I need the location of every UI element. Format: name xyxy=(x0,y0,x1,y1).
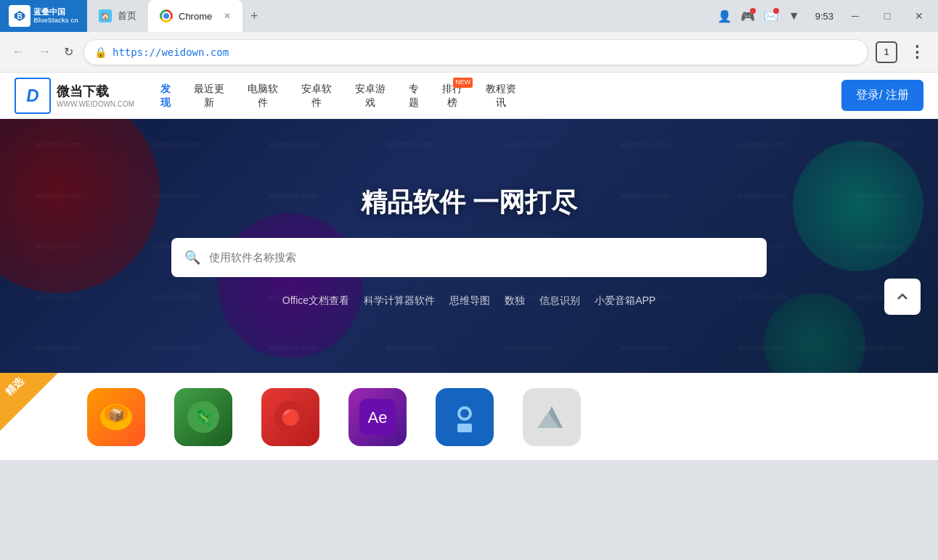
dropdown-icon[interactable]: ▼ xyxy=(785,7,804,25)
home-tab[interactable]: 🏠 首页 xyxy=(87,0,148,32)
logo-border: D xyxy=(15,78,51,114)
login-button[interactable]: 登录/ 注册 xyxy=(841,80,923,110)
search-icon: 🔍 xyxy=(184,250,200,265)
home-tab-label: 首页 xyxy=(118,9,136,22)
hero-circle-green xyxy=(764,293,865,373)
hero-tag-5[interactable]: 信息识别 xyxy=(539,295,580,308)
hero-tag-3[interactable]: 思维导图 xyxy=(449,295,490,308)
svg-text:B: B xyxy=(17,12,23,20)
title-bar: B 蓝叠中国 BlueStacks cn 🏠 首页 Chrome ✕ + 👤 🎮 xyxy=(0,0,938,32)
hero-tag-1[interactable]: Office文档查看 xyxy=(282,295,349,308)
bluestacks-title: 蓝叠中国 xyxy=(33,7,78,17)
hero-circle-dark-red xyxy=(0,119,160,293)
account-icon[interactable]: 👤 xyxy=(715,7,734,25)
app-icon-6[interactable] xyxy=(523,388,581,446)
site-logo[interactable]: D 微当下载 WWW.WEIDOWN.COM xyxy=(15,78,134,114)
hero-tag-6[interactable]: 小爱音箱APP xyxy=(595,295,656,308)
tab-count-button[interactable]: 1 xyxy=(876,41,897,63)
notification-badge xyxy=(750,8,756,14)
nav-item-topic[interactable]: 专 题 xyxy=(397,76,431,114)
new-tab-button[interactable]: + xyxy=(242,4,266,28)
refresh-button[interactable]: ↻ xyxy=(61,42,76,62)
browser-chrome: ← → ↻ 🔒 https://weidown.com 1 ⋮ xyxy=(0,32,938,73)
bluestacks-icon: B xyxy=(9,5,30,27)
home-icon: 🏠 xyxy=(99,9,112,22)
forward-button[interactable]: → xyxy=(35,41,54,62)
nav-item-rank[interactable]: 排行 榜 NEW xyxy=(431,76,474,114)
address-bar-row: ← → ↻ 🔒 https://weidown.com 1 ⋮ xyxy=(0,32,938,73)
hero-tags: Office文档查看 科学计算器软件 思维导图 数独 信息识别 小爱音箱APP xyxy=(282,295,656,308)
lock-icon: 🔒 xyxy=(94,46,107,58)
hero-circle-purple xyxy=(218,213,363,358)
scroll-top-button[interactable] xyxy=(884,279,921,315)
logo-name: 微当下载 xyxy=(57,83,134,100)
featured-section: 精选 📦 🦎 🔴 Ae xyxy=(0,373,938,460)
maximize-button[interactable]: □ xyxy=(877,6,897,26)
url-text: https://weidown.com xyxy=(113,46,229,58)
title-bar-left: B 蓝叠中国 BlueStacks cn 🏠 首页 Chrome ✕ + xyxy=(0,0,266,32)
chrome-tab[interactable]: Chrome ✕ xyxy=(148,0,242,32)
title-bar-right: 👤 🎮 ✉️ ▼ 9:53 ─ □ ✕ xyxy=(715,6,938,26)
svg-text:🔴: 🔴 xyxy=(281,408,301,427)
bluestacks-sub: BlueStacks cn xyxy=(33,17,78,25)
hero-tag-4[interactable]: 数独 xyxy=(505,295,525,308)
more-menu-button[interactable]: ⋮ xyxy=(905,40,929,65)
address-bar[interactable]: 🔒 https://weidown.com xyxy=(83,39,868,65)
svg-rect-14 xyxy=(457,424,472,432)
back-button[interactable]: ← xyxy=(9,41,28,62)
svg-point-13 xyxy=(460,409,469,418)
bluestacks-logo[interactable]: B 蓝叠中国 BlueStacks cn xyxy=(0,0,87,32)
nav-item-discover[interactable]: 发 现 xyxy=(149,76,182,114)
app-icon-2[interactable]: 🦎 xyxy=(174,388,232,446)
featured-triangle xyxy=(0,373,58,431)
hero-tag-2[interactable]: 科学计算器软件 xyxy=(364,295,435,308)
new-badge: NEW xyxy=(453,78,473,88)
close-button[interactable]: ✕ xyxy=(909,6,929,26)
hero-circle-teal xyxy=(793,141,923,271)
search-input[interactable] xyxy=(209,251,754,263)
logo-text-block: 微当下载 WWW.WEIDOWN.COM xyxy=(57,83,134,108)
mail-icon[interactable]: ✉️ xyxy=(762,7,780,25)
chrome-icon xyxy=(160,9,173,22)
system-icons: 👤 🎮 ✉️ ▼ xyxy=(715,7,804,25)
hero-title: 精品软件 一网打尽 xyxy=(361,185,577,221)
clock: 9:53 xyxy=(815,11,833,22)
chrome-tab-label: Chrome xyxy=(179,11,212,22)
app-icon-3[interactable]: 🔴 xyxy=(261,388,319,446)
app-icon-1[interactable]: 📦 xyxy=(87,388,145,446)
app-icon-5[interactable] xyxy=(436,388,494,446)
hero-section: weidown.comweidown.comweidown.comweidown… xyxy=(0,119,938,373)
logo-letter: D xyxy=(26,86,38,106)
nav-item-pc[interactable]: 电脑软 件 xyxy=(236,76,290,114)
game-controller-icon[interactable]: 🎮 xyxy=(738,7,757,25)
hero-search-box[interactable]: 🔍 xyxy=(171,238,767,277)
nav-item-recent[interactable]: 最近更 新 xyxy=(182,76,236,114)
nav-item-android-sw[interactable]: 安卓软 件 xyxy=(290,76,343,114)
nav-items: 发 现 最近更 新 电脑软 件 安卓软 件 安卓游 戏 专 题 排行 榜 NEW xyxy=(149,76,841,114)
chrome-tab-close[interactable]: ✕ xyxy=(224,11,231,21)
svg-text:🦎: 🦎 xyxy=(194,408,214,427)
svg-text:📦: 📦 xyxy=(108,407,125,423)
logo-url: WWW.WEIDOWN.COM xyxy=(57,100,134,108)
app-icon-4[interactable]: Ae xyxy=(348,388,407,446)
nav-item-tutorial[interactable]: 教程资 讯 xyxy=(474,76,528,114)
svg-text:Ae: Ae xyxy=(368,408,388,427)
app-row: 📦 🦎 🔴 Ae xyxy=(0,373,938,460)
mail-badge xyxy=(773,8,779,14)
nav-item-android-game[interactable]: 安卓游 戏 xyxy=(343,76,397,114)
site-nav: D 微当下载 WWW.WEIDOWN.COM 发 现 最近更 新 电脑软 件 安… xyxy=(0,73,938,119)
minimize-button[interactable]: ─ xyxy=(845,6,865,26)
